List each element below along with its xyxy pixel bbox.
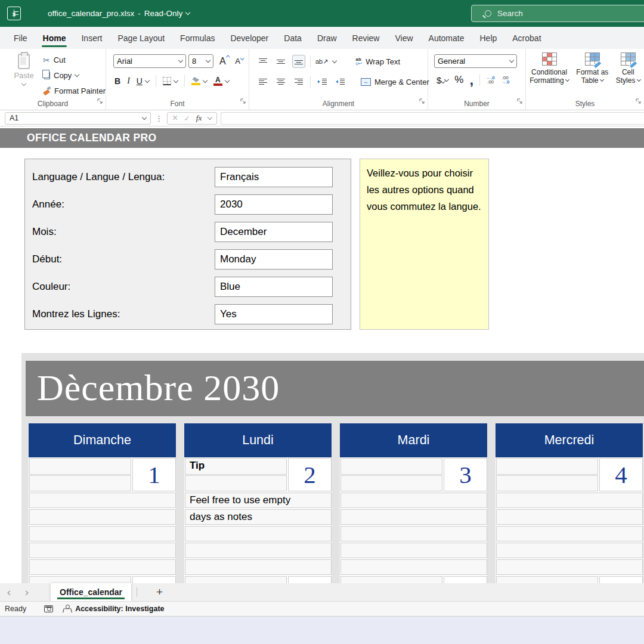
excel-app-icon[interactable]: x — [7, 7, 21, 20]
start-day-field[interactable]: Monday — [215, 249, 333, 270]
language-field[interactable]: Français — [215, 167, 333, 187]
font-size-select[interactable]: 8 — [188, 54, 213, 68]
percent-button[interactable]: % — [454, 74, 463, 86]
alignment-dialog-launcher-icon[interactable] — [419, 96, 425, 107]
number-format-select[interactable]: General — [434, 54, 517, 68]
ribbon-tab-review[interactable]: Review — [345, 27, 388, 49]
ribbon-tab-developer[interactable]: Developer — [222, 27, 276, 49]
day-number[interactable]: 3 — [444, 458, 487, 491]
ribbon-tab-help[interactable]: Help — [472, 27, 504, 49]
day-cell[interactable] — [496, 475, 598, 492]
copy-button[interactable]: Copy — [43, 70, 106, 81]
day-cell[interactable] — [496, 526, 643, 541]
day-number[interactable] — [132, 576, 176, 583]
orientation-button[interactable]: ab↗ — [315, 58, 328, 66]
align-center-button[interactable] — [274, 75, 287, 88]
align-right-button[interactable] — [292, 75, 305, 88]
decrease-decimal-button[interactable]: .00→.0 — [501, 76, 510, 85]
paste-button[interactable]: Paste — [8, 54, 39, 89]
day-cell[interactable] — [496, 559, 643, 575]
day-cell[interactable] — [340, 493, 487, 508]
day-cell[interactable] — [29, 543, 176, 558]
show-lines-field[interactable]: Yes — [215, 304, 333, 324]
day-cell[interactable] — [185, 526, 332, 541]
align-top-button[interactable] — [256, 55, 270, 68]
enter-icon[interactable]: ✓ — [184, 114, 190, 123]
day-cell[interactable] — [185, 559, 332, 575]
format-as-table-button[interactable]: Format as Table — [576, 52, 608, 85]
ribbon-tab-file[interactable]: File — [6, 27, 35, 49]
day-cell[interactable] — [340, 576, 442, 583]
year-field[interactable]: 2030 — [215, 194, 333, 215]
day-cell[interactable] — [29, 475, 131, 492]
font-name-select[interactable]: Arial — [113, 54, 186, 68]
ribbon-tab-data[interactable]: Data — [276, 27, 309, 49]
day-cell[interactable] — [340, 526, 487, 541]
day-cell[interactable] — [496, 576, 598, 583]
chevron-down-icon[interactable] — [444, 76, 449, 81]
currency-button[interactable]: $ — [436, 75, 441, 85]
decrease-font-size-button[interactable]: A — [235, 57, 243, 66]
day-number[interactable] — [288, 576, 332, 583]
styles-dialog-launcher-icon[interactable] — [636, 96, 642, 107]
next-sheet-icon[interactable]: › — [18, 583, 36, 601]
clipboard-dialog-launcher-icon[interactable] — [97, 96, 103, 107]
chevron-down-icon[interactable] — [225, 78, 230, 82]
search-box[interactable]: Search — [471, 5, 644, 22]
day-cell[interactable] — [496, 543, 643, 558]
drag-handle-icon[interactable]: ⋮ — [155, 114, 163, 123]
day-cell[interactable] — [496, 458, 598, 475]
day-cell[interactable] — [340, 475, 442, 492]
number-dialog-launcher-icon[interactable] — [517, 96, 523, 107]
wrap-text-button[interactable]: abc↩ Wrap Text — [355, 57, 400, 66]
month-field[interactable]: December — [215, 222, 333, 242]
increase-decimal-button[interactable]: ←.0.00 — [486, 76, 495, 85]
day-number[interactable]: 2 — [288, 458, 332, 491]
ribbon-tab-acrobat[interactable]: Acrobat — [504, 27, 549, 49]
italic-button[interactable]: I — [127, 76, 130, 86]
day-number[interactable] — [444, 576, 487, 583]
chevron-down-icon[interactable] — [332, 58, 337, 63]
font-dialog-launcher-icon[interactable] — [240, 96, 246, 107]
add-sheet-button[interactable]: + — [156, 586, 163, 599]
day-number[interactable]: 1 — [132, 458, 176, 491]
day-cell[interactable] — [29, 509, 176, 525]
day-cell[interactable] — [340, 543, 487, 558]
fill-color-button[interactable] — [191, 77, 200, 85]
macro-record-icon[interactable] — [44, 605, 53, 612]
tip-note-cell[interactable]: Feel free to use empty — [185, 493, 332, 508]
chevron-down-icon[interactable] — [145, 78, 150, 82]
align-left-button[interactable] — [256, 75, 270, 88]
day-number[interactable]: 4 — [599, 458, 643, 491]
day-cell[interactable] — [29, 458, 131, 475]
format-painter-button[interactable]: Format Painter — [43, 85, 106, 97]
ribbon-tab-automate[interactable]: Automate — [421, 27, 472, 49]
previous-sheet-icon[interactable]: ‹ — [0, 583, 18, 601]
day-cell[interactable] — [340, 509, 487, 525]
chevron-down-icon[interactable] — [174, 78, 178, 82]
borders-button[interactable] — [163, 77, 171, 85]
chevron-down-icon[interactable] — [185, 10, 190, 15]
cell-styles-button[interactable]: Cell Styles — [616, 52, 640, 85]
ribbon-tab-insert[interactable]: Insert — [73, 27, 110, 49]
cancel-icon[interactable]: × — [172, 113, 178, 123]
day-cell[interactable] — [340, 458, 442, 475]
align-middle-button[interactable] — [274, 55, 287, 68]
chevron-down-icon[interactable] — [203, 78, 208, 82]
formula-input[interactable] — [221, 112, 644, 125]
sheet-tab-office-calendar[interactable]: Office_calendar — [51, 583, 131, 601]
chevron-down-icon[interactable] — [207, 114, 212, 119]
comma-style-button[interactable]: , — [469, 76, 473, 84]
ribbon-tab-formulas[interactable]: Formulas — [172, 27, 222, 49]
decrease-indent-button[interactable] — [315, 75, 329, 88]
tip-note-cell[interactable]: days as notes — [185, 509, 332, 525]
cut-button[interactable]: ✂ Cut — [43, 54, 106, 66]
align-bottom-button[interactable] — [292, 55, 305, 68]
conditional-formatting-button[interactable]: Conditional Formatting — [530, 52, 569, 85]
day-cell[interactable] — [29, 493, 176, 508]
day-cell[interactable] — [29, 559, 176, 575]
tip-title-cell[interactable]: Tip — [185, 458, 287, 475]
day-cell[interactable] — [185, 475, 287, 492]
name-box[interactable]: A1 — [5, 112, 151, 125]
insert-function-icon[interactable]: fx — [196, 113, 202, 123]
